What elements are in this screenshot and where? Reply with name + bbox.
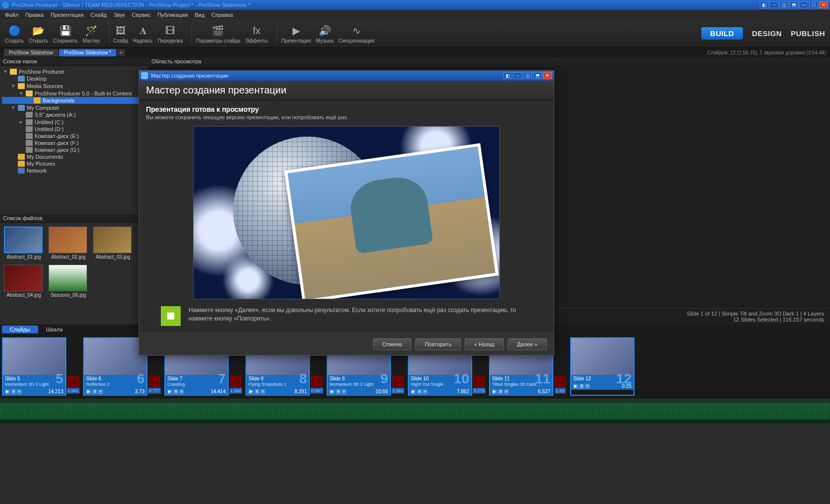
folder-tree[interactable]: ▾ProShow ProducerDesktop▾Media Sources▾P… bbox=[0, 66, 148, 214]
tree-node[interactable]: ▸Untitled (C:) bbox=[2, 118, 146, 126]
file-thumbnail[interactable]: Seasons_06.jpg bbox=[49, 265, 88, 298]
tree-node[interactable]: Backgrounds bbox=[2, 97, 146, 104]
tree-node[interactable]: 3,5" дискета (A:) bbox=[2, 111, 146, 118]
minimize-button[interactable]: — bbox=[799, 1, 808, 8]
file-thumbnail[interactable]: Abstract_02.jpg bbox=[49, 227, 88, 260]
slide-play-controls[interactable]: ▶⏸≡ bbox=[573, 384, 590, 389]
slide-play-controls[interactable]: ▶⏸≡ bbox=[86, 389, 103, 394]
mode-publish[interactable]: PUBLISH bbox=[791, 29, 825, 38]
folder-icon bbox=[26, 126, 33, 132]
tree-toggle-icon[interactable]: ▾ bbox=[12, 83, 18, 89]
toolbar-icon: 📂 bbox=[31, 23, 46, 38]
close-button[interactable]: ✕ bbox=[819, 1, 828, 8]
menu-presentation[interactable]: Презентация bbox=[50, 12, 83, 18]
dialog-back-button[interactable]: « Назад bbox=[465, 338, 504, 350]
menu-edit[interactable]: Правка bbox=[25, 12, 44, 18]
transition-icon[interactable] bbox=[474, 376, 485, 387]
menu-help[interactable]: Справка bbox=[211, 12, 233, 18]
tree-node[interactable]: ▾ProShow Producer 5.0 - Built-In Content bbox=[2, 90, 146, 97]
doc-tab-2[interactable]: ProShow Slideshow * bbox=[59, 49, 116, 56]
toolbar-Параметры слайда[interactable]: 🎬Параметры слайда bbox=[196, 23, 240, 44]
file-thumbnail[interactable]: Abstract_01.jpg bbox=[4, 227, 44, 260]
toolbar-Презентация[interactable]: ▶Презентация bbox=[281, 23, 311, 44]
tb-btn-1[interactable]: ◧ bbox=[760, 1, 769, 8]
tree-node[interactable]: ▾ProShow Producer bbox=[2, 68, 146, 75]
toolbar-icon: ∿ bbox=[349, 23, 364, 38]
timeline-slide[interactable]: 5Slide 5Momentum 3D 3 Light▶⏸≡14.2132.96… bbox=[2, 337, 81, 396]
toolbar-Переделка[interactable]: 🎞Переделка bbox=[158, 23, 183, 44]
tree-toggle-icon[interactable]: ▾ bbox=[12, 104, 18, 111]
tree-toggle-icon[interactable]: ▾ bbox=[20, 90, 26, 96]
transition-icon[interactable] bbox=[392, 376, 403, 387]
slide-play-controls[interactable]: ▶⏸≡ bbox=[492, 389, 509, 394]
menu-publish[interactable]: Публикация bbox=[157, 12, 188, 18]
maximize-button[interactable]: ☐ bbox=[809, 1, 818, 8]
transition-icon[interactable] bbox=[555, 376, 566, 387]
toolbar-Сохранить[interactable]: 💾Сохранить bbox=[53, 23, 78, 44]
toolbar-Надпись[interactable]: 𝐀Надпись bbox=[133, 23, 153, 44]
doc-tab-1[interactable]: ProShow Slideshow bbox=[4, 49, 58, 56]
menu-slide[interactable]: Слайд bbox=[91, 12, 107, 18]
mode-design[interactable]: DESIGN bbox=[752, 29, 782, 38]
slide-play-controls[interactable]: ▶⏸≡ bbox=[411, 389, 428, 394]
tb-btn-2[interactable]: ▫ bbox=[770, 1, 779, 8]
tree-node[interactable]: Untitled (D:) bbox=[2, 126, 146, 133]
tree-node[interactable]: ▾My Computer bbox=[2, 104, 146, 111]
toolbar-Мастер[interactable]: 🪄Мастер bbox=[83, 23, 100, 44]
tb-btn-4[interactable]: ⬒ bbox=[789, 1, 798, 8]
add-tab-button[interactable]: + bbox=[117, 49, 125, 56]
stop-button[interactable] bbox=[161, 306, 181, 326]
dialog-ctrl-3[interactable]: ◫ bbox=[523, 72, 532, 79]
folder-icon bbox=[10, 69, 17, 75]
slide-play-controls[interactable]: ▶⏸≡ bbox=[248, 389, 265, 394]
dialog-ctrl-1[interactable]: ◧ bbox=[503, 72, 512, 79]
toolbar-Синхронизация[interactable]: ∿Синхронизация bbox=[339, 23, 374, 44]
slide-play-controls[interactable]: ▶⏸≡ bbox=[330, 389, 346, 394]
menu-service[interactable]: Сервис bbox=[132, 12, 150, 18]
dialog-titlebar[interactable]: Мастер создания презентации ◧ ▫ ◫ ⬒ ✕ bbox=[139, 71, 554, 81]
dialog-ctrl-2[interactable]: ▫ bbox=[513, 72, 522, 79]
timeline-tab-scale[interactable]: Шкала bbox=[38, 325, 71, 333]
dialog-ctrl-4[interactable]: ⬒ bbox=[533, 72, 542, 79]
mode-build[interactable]: BUILD bbox=[701, 27, 743, 40]
tree-node[interactable]: My Pictures bbox=[2, 160, 146, 167]
dialog-repeat-button[interactable]: Повторить bbox=[415, 338, 461, 350]
tree-node[interactable]: ▾Media Sources bbox=[2, 82, 146, 90]
file-thumbnail[interactable]: Abstract_03.jpg bbox=[93, 227, 133, 260]
tree-node[interactable]: Компакт-диск (F:) bbox=[2, 139, 146, 146]
transition-icon[interactable] bbox=[68, 376, 79, 387]
tree-node[interactable]: Компакт-диск (E:) bbox=[2, 133, 146, 139]
toolbar-Открыть[interactable]: 📂Открыть bbox=[29, 23, 48, 44]
menu-sound[interactable]: Звук bbox=[114, 12, 125, 18]
dialog-cancel-button[interactable]: Отмена bbox=[373, 338, 411, 350]
document-tabs: ProShow Slideshow ProShow Slideshow * + … bbox=[0, 47, 830, 57]
menu-view[interactable]: Вид bbox=[195, 12, 204, 18]
tree-label: ProShow Producer 5.0 - Built-In Content bbox=[35, 91, 132, 96]
file-thumbnail[interactable]: Abstract_04.jpg bbox=[4, 265, 44, 298]
thumbnail-label: Seasons_06.jpg bbox=[49, 292, 88, 298]
dialog-close-button[interactable]: ✕ bbox=[543, 72, 552, 79]
tree-toggle-icon[interactable]: ▾ bbox=[4, 68, 10, 75]
tb-btn-3[interactable]: ◫ bbox=[780, 1, 788, 8]
toolbar-Музыка[interactable]: 🔊Музыка bbox=[316, 23, 334, 44]
transition-icon[interactable] bbox=[311, 376, 322, 387]
timeline-tab-slides[interactable]: Слайды bbox=[2, 325, 38, 333]
toolbar-Создать[interactable]: 🔵Создать bbox=[5, 23, 24, 44]
menu-file[interactable]: Файл bbox=[5, 12, 18, 18]
tree-toggle-icon[interactable]: ▸ bbox=[20, 119, 26, 125]
tree-node[interactable]: Desktop bbox=[2, 75, 146, 82]
dialog-title-text: Мастер создания презентации bbox=[151, 73, 228, 79]
slide-play-controls[interactable]: ▶⏸≡ bbox=[167, 389, 184, 394]
tree-node[interactable]: Компакт-диск (G:) bbox=[2, 146, 146, 153]
toolbar-Эффекты[interactable]: fxЭффекты bbox=[245, 23, 268, 44]
tree-label: Untitled (C:) bbox=[35, 119, 64, 125]
slide-play-controls[interactable]: ▶⏸≡ bbox=[5, 389, 22, 394]
dialog-next-button[interactable]: Далее » bbox=[508, 338, 547, 350]
audio-waveform[interactable] bbox=[0, 399, 830, 423]
toolbar-Слайд[interactable]: 🖼Слайд bbox=[113, 23, 128, 44]
transition-icon[interactable] bbox=[149, 376, 160, 387]
timeline-slide[interactable]: 12Slide 12▶⏸≡0.25 bbox=[570, 337, 649, 396]
tree-node[interactable]: My Documents bbox=[2, 153, 146, 160]
transition-icon[interactable] bbox=[230, 376, 241, 387]
tree-node[interactable]: Network bbox=[2, 167, 146, 174]
